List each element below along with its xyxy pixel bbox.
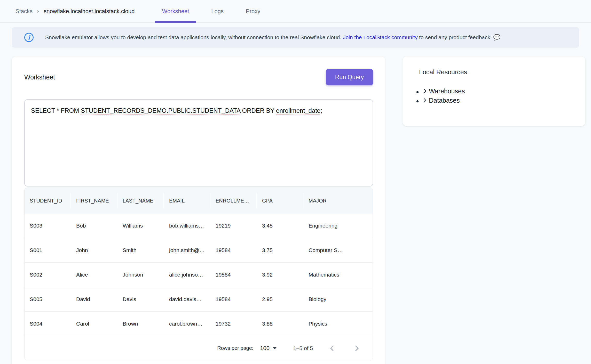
column-header[interactable]: ENROLLME… (210, 188, 257, 214)
table-cell: 3.92 (257, 272, 303, 278)
pagination-range: 1–5 of 5 (293, 345, 313, 351)
table-cell: Physics (303, 321, 350, 327)
resource-node-label: Databases (429, 96, 460, 105)
table-cell: john.smith@… (164, 247, 210, 253)
column-header[interactable]: MAJOR (303, 188, 350, 214)
query-token: ; (320, 107, 322, 114)
local-resources-panel: Local Resources WarehousesDatabases (403, 56, 585, 126)
resource-node-inner: Warehouses (422, 87, 465, 95)
resource-node-databases[interactable]: Databases (422, 96, 575, 105)
run-query-button[interactable]: Run Query (326, 69, 373, 85)
worksheet-panel: Worksheet Run Query SELECT * FROM STUDEN… (12, 56, 385, 364)
previous-page-button[interactable] (326, 343, 338, 354)
tab-proxy[interactable]: Proxy (239, 0, 267, 23)
table-cell: S004 (25, 321, 71, 327)
banner-text-before: Snowflake emulator allows you to develop… (45, 34, 341, 40)
chevron-expand-icon (422, 88, 428, 94)
table-row: S003BobWilliamsbob.williams…192193.45Eng… (25, 214, 373, 238)
breadcrumb-stacks-link[interactable]: Stacks (15, 8, 33, 15)
table-cell: 3.88 (257, 321, 303, 327)
table-cell: david.davis… (164, 296, 210, 302)
table-cell: 3.45 (257, 223, 303, 229)
table-cell: 19584 (210, 272, 257, 278)
top-nav: Stacks › snowflake.localhost.localstack.… (0, 0, 591, 23)
chevron-right-icon (353, 344, 361, 352)
table-cell: 19219 (210, 223, 257, 229)
results-table-header: STUDENT_IDFIRST_NAMELAST_NAMEEMAILENROLL… (25, 188, 373, 214)
table-cell: John (71, 247, 117, 253)
column-header[interactable]: STUDENT_ID (25, 188, 71, 214)
table-cell: Davis (117, 296, 164, 302)
query-token-misspelled: STUDENT_RECORDS_DEMO.PUBLIC.STUDENT_DATA (81, 107, 240, 114)
table-cell: Biology (303, 296, 350, 302)
resource-node-inner: Databases (422, 96, 460, 105)
table-cell: S003 (25, 223, 71, 229)
column-header[interactable]: GPA (257, 188, 303, 214)
rows-per-page-label: Rows per page: (217, 345, 253, 351)
table-cell: S001 (25, 247, 71, 253)
table-cell: S002 (25, 272, 71, 278)
table-cell: 3.75 (257, 247, 303, 253)
community-link[interactable]: Join the LocalStack community (343, 34, 417, 40)
main-content: Worksheet Run Query SELECT * FROM STUDEN… (0, 48, 591, 364)
local-resources-title: Local Resources (413, 68, 575, 76)
results-table-body: S003BobWilliamsbob.williams…192193.45Eng… (25, 214, 373, 336)
breadcrumb-separator: › (37, 8, 39, 15)
query-token: ORDER BY (240, 107, 276, 114)
table-cell: 19732 (210, 321, 257, 327)
table-cell: Computer S… (303, 247, 350, 253)
pagination-bar: Rows per page: 100 1–5 of 5 (25, 336, 373, 360)
worksheet-title: Worksheet (24, 74, 55, 81)
query-token-misspelled: enrollment_date (276, 107, 320, 114)
chevron-expand-icon (422, 98, 428, 103)
table-cell: Brown (117, 321, 164, 327)
rows-per-page-select[interactable]: 100 (260, 345, 277, 352)
table-cell: Carol (71, 321, 117, 327)
table-row: S004CarolBrowncarol.brown…197323.88Physi… (25, 311, 373, 336)
query-token: SELECT * FROM (31, 107, 81, 114)
local-resources-tree: WarehousesDatabases (413, 87, 575, 105)
banner-text-after: to send any product feedback. (419, 34, 492, 40)
tab-logs[interactable]: Logs (204, 0, 231, 23)
resource-node-warehouses[interactable]: Warehouses (422, 87, 575, 96)
table-cell: Bob (71, 223, 117, 229)
table-cell: Alice (71, 272, 117, 278)
table-cell: Smith (117, 247, 164, 253)
info-icon: i (24, 33, 34, 42)
table-row: S005DavidDavisdavid.davis…195842.95Biolo… (25, 287, 373, 311)
table-cell: Williams (117, 223, 164, 229)
table-cell: 19584 (210, 296, 257, 302)
table-row: S002AliceJohnsonalice.johnso…195843.92Ma… (25, 262, 373, 287)
table-cell: bob.williams… (164, 223, 210, 229)
column-header[interactable]: FIRST_NAME (71, 188, 117, 214)
worksheet-header: Worksheet Run Query (24, 69, 373, 85)
chevron-left-icon (328, 344, 336, 352)
table-cell: Mathematics (303, 272, 350, 278)
tab-bar: WorksheetLogsProxy (155, 0, 275, 23)
rows-per-page-value: 100 (260, 345, 270, 352)
table-cell: David (71, 296, 117, 302)
table-cell: Johnson (117, 272, 164, 278)
table-row: S001JohnSmithjohn.smith@…195843.75Comput… (25, 238, 373, 262)
tab-worksheet[interactable]: Worksheet (155, 0, 196, 23)
banner-message: Snowflake emulator allows you to develop… (45, 34, 500, 41)
table-cell: 2.95 (257, 296, 303, 302)
next-page-button[interactable] (351, 343, 363, 354)
table-cell: 19584 (210, 247, 257, 253)
column-header[interactable]: EMAIL (164, 188, 210, 214)
sql-editor[interactable]: SELECT * FROM STUDENT_RECORDS_DEMO.PUBLI… (24, 99, 373, 187)
results-table: STUDENT_IDFIRST_NAMELAST_NAMEEMAILENROLL… (24, 188, 373, 360)
table-cell: Engineering (303, 223, 350, 229)
breadcrumb: Stacks › snowflake.localhost.localstack.… (15, 8, 135, 15)
info-banner: i Snowflake emulator allows you to devel… (12, 27, 579, 48)
table-cell: S005 (25, 296, 71, 302)
table-cell: carol.brown… (164, 321, 210, 327)
table-cell: alice.johnso… (164, 272, 210, 278)
column-header[interactable]: LAST_NAME (117, 188, 164, 214)
resource-node-label: Warehouses (429, 87, 465, 95)
speech-balloon-icon: 💬 (493, 34, 500, 41)
breadcrumb-stack-name: snowflake.localhost.localstack.cloud (44, 8, 135, 15)
dropdown-arrow-icon (273, 347, 277, 349)
